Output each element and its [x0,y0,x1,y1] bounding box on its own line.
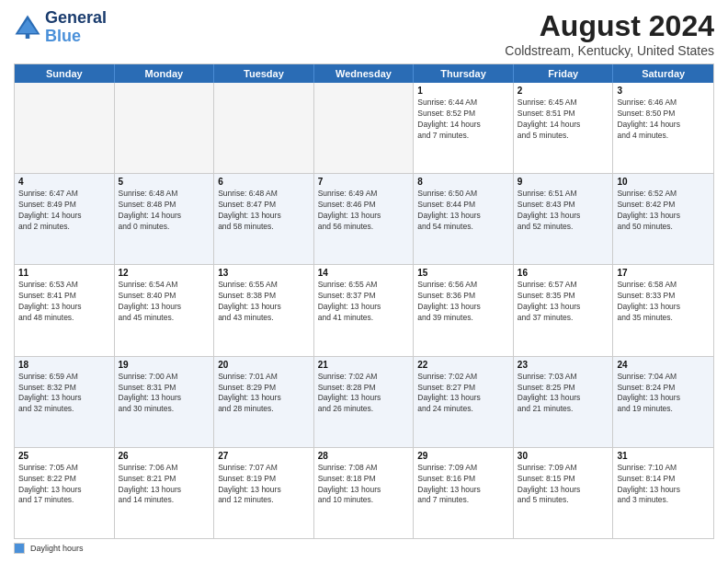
day-number: 16 [518,268,609,278]
logo: General Blue [14,9,107,46]
day-number: 23 [518,360,609,370]
cal-header-cell-sunday: Sunday [15,64,115,83]
day-number: 10 [617,177,710,187]
day-number: 11 [18,268,110,278]
day-info: Sunrise: 7:02 AM Sunset: 8:27 PM Dayligh… [417,372,509,416]
cal-row-4: 25Sunrise: 7:05 AM Sunset: 8:22 PM Dayli… [15,448,713,538]
day-info: Sunrise: 7:05 AM Sunset: 8:22 PM Dayligh… [18,463,110,507]
subtitle: Coldstream, Kentucky, United States [505,43,714,58]
day-number: 2 [518,86,609,96]
cal-cell: 15Sunrise: 6:56 AM Sunset: 8:36 PM Dayli… [414,265,514,355]
cal-row-0: 1Sunrise: 6:44 AM Sunset: 8:52 PM Daylig… [15,83,713,174]
day-info: Sunrise: 6:47 AM Sunset: 8:49 PM Dayligh… [18,189,110,233]
day-info: Sunrise: 6:57 AM Sunset: 8:35 PM Dayligh… [518,280,609,324]
day-info: Sunrise: 7:09 AM Sunset: 8:16 PM Dayligh… [417,463,509,507]
legend-icon [14,543,25,554]
cal-cell: 26Sunrise: 7:06 AM Sunset: 8:21 PM Dayli… [115,448,215,538]
day-number: 4 [18,177,110,187]
day-info: Sunrise: 6:44 AM Sunset: 8:52 PM Dayligh… [417,98,509,142]
day-info: Sunrise: 6:46 AM Sunset: 8:50 PM Dayligh… [617,98,710,142]
page: General Blue August 2024 Coldstream, Ken… [0,0,728,563]
cal-cell [15,83,115,173]
logo-line1: General [45,9,107,28]
logo-line2: Blue [45,28,107,46]
day-number: 12 [119,268,210,278]
cal-cell: 14Sunrise: 6:55 AM Sunset: 8:37 PM Dayli… [314,265,415,355]
cal-header-cell-friday: Friday [514,64,614,83]
cal-cell [115,83,215,173]
cal-cell: 21Sunrise: 7:02 AM Sunset: 8:28 PM Dayli… [314,357,415,447]
day-number: 15 [417,268,509,278]
day-number: 14 [318,268,410,278]
day-number: 3 [617,86,710,96]
day-number: 9 [518,177,609,187]
cal-cell: 9Sunrise: 6:51 AM Sunset: 8:43 PM Daylig… [514,174,614,264]
cal-cell: 23Sunrise: 7:03 AM Sunset: 8:25 PM Dayli… [514,357,614,447]
day-info: Sunrise: 6:55 AM Sunset: 8:37 PM Dayligh… [318,280,410,324]
calendar: SundayMondayTuesdayWednesdayThursdayFrid… [14,63,714,539]
day-number: 5 [119,177,210,187]
day-info: Sunrise: 6:58 AM Sunset: 8:33 PM Dayligh… [617,280,710,324]
day-number: 26 [119,451,210,461]
day-info: Sunrise: 7:09 AM Sunset: 8:15 PM Dayligh… [518,463,609,507]
day-info: Sunrise: 7:08 AM Sunset: 8:18 PM Dayligh… [318,463,410,507]
calendar-header: SundayMondayTuesdayWednesdayThursdayFrid… [15,64,713,83]
logo-text: General Blue [45,9,107,46]
cal-row-1: 4Sunrise: 6:47 AM Sunset: 8:49 PM Daylig… [15,174,713,265]
cal-cell: 12Sunrise: 6:54 AM Sunset: 8:40 PM Dayli… [115,265,215,355]
day-number: 21 [318,360,410,370]
day-number: 27 [218,451,310,461]
day-number: 8 [417,177,509,187]
day-info: Sunrise: 6:52 AM Sunset: 8:42 PM Dayligh… [617,189,710,233]
day-info: Sunrise: 6:55 AM Sunset: 8:38 PM Dayligh… [218,280,310,324]
day-info: Sunrise: 7:10 AM Sunset: 8:14 PM Dayligh… [617,463,710,507]
day-info: Sunrise: 7:03 AM Sunset: 8:25 PM Dayligh… [518,372,609,416]
cal-cell: 19Sunrise: 7:00 AM Sunset: 8:31 PM Dayli… [115,357,215,447]
day-number: 7 [318,177,410,187]
day-number: 18 [18,360,110,370]
main-title: August 2024 [505,9,714,43]
day-number: 22 [417,360,509,370]
day-info: Sunrise: 6:48 AM Sunset: 8:48 PM Dayligh… [119,189,210,233]
day-info: Sunrise: 7:01 AM Sunset: 8:29 PM Dayligh… [218,372,310,416]
cal-cell: 1Sunrise: 6:44 AM Sunset: 8:52 PM Daylig… [414,83,514,173]
day-number: 19 [119,360,210,370]
header: General Blue August 2024 Coldstream, Ken… [14,9,714,58]
cal-cell: 22Sunrise: 7:02 AM Sunset: 8:27 PM Dayli… [414,357,514,447]
cal-cell: 27Sunrise: 7:07 AM Sunset: 8:19 PM Dayli… [214,448,314,538]
day-number: 20 [218,360,310,370]
cal-cell: 3Sunrise: 6:46 AM Sunset: 8:50 PM Daylig… [613,83,713,173]
day-info: Sunrise: 6:56 AM Sunset: 8:36 PM Dayligh… [417,280,509,324]
cal-cell [214,83,314,173]
cal-cell: 2Sunrise: 6:45 AM Sunset: 8:51 PM Daylig… [514,83,614,173]
cal-cell: 11Sunrise: 6:53 AM Sunset: 8:41 PM Dayli… [15,265,115,355]
day-number: 1 [417,86,509,96]
cal-cell: 24Sunrise: 7:04 AM Sunset: 8:24 PM Dayli… [613,357,713,447]
cal-row-2: 11Sunrise: 6:53 AM Sunset: 8:41 PM Dayli… [15,265,713,356]
day-number: 30 [518,451,609,461]
cal-cell: 20Sunrise: 7:01 AM Sunset: 8:29 PM Dayli… [214,357,314,447]
cal-header-cell-saturday: Saturday [613,64,713,83]
cal-cell: 10Sunrise: 6:52 AM Sunset: 8:42 PM Dayli… [613,174,713,264]
cal-cell: 17Sunrise: 6:58 AM Sunset: 8:33 PM Dayli… [613,265,713,355]
day-info: Sunrise: 7:07 AM Sunset: 8:19 PM Dayligh… [218,463,310,507]
day-number: 29 [417,451,509,461]
day-info: Sunrise: 6:45 AM Sunset: 8:51 PM Dayligh… [518,98,609,142]
cal-cell: 5Sunrise: 6:48 AM Sunset: 8:48 PM Daylig… [115,174,215,264]
day-info: Sunrise: 7:00 AM Sunset: 8:31 PM Dayligh… [119,372,210,416]
cal-cell: 13Sunrise: 6:55 AM Sunset: 8:38 PM Dayli… [214,265,314,355]
day-number: 6 [218,177,310,187]
cal-cell: 4Sunrise: 6:47 AM Sunset: 8:49 PM Daylig… [15,174,115,264]
day-info: Sunrise: 6:48 AM Sunset: 8:47 PM Dayligh… [218,189,310,233]
cal-cell: 18Sunrise: 6:59 AM Sunset: 8:32 PM Dayli… [15,357,115,447]
day-info: Sunrise: 6:59 AM Sunset: 8:32 PM Dayligh… [18,372,110,416]
day-info: Sunrise: 6:50 AM Sunset: 8:44 PM Dayligh… [417,189,509,233]
cal-cell: 16Sunrise: 6:57 AM Sunset: 8:35 PM Dayli… [514,265,614,355]
day-number: 28 [318,451,410,461]
calendar-body: 1Sunrise: 6:44 AM Sunset: 8:52 PM Daylig… [15,83,713,538]
day-info: Sunrise: 6:49 AM Sunset: 8:46 PM Dayligh… [318,189,410,233]
cal-cell: 25Sunrise: 7:05 AM Sunset: 8:22 PM Dayli… [15,448,115,538]
day-info: Sunrise: 6:53 AM Sunset: 8:41 PM Dayligh… [18,280,110,324]
svg-rect-2 [26,33,30,39]
day-info: Sunrise: 7:02 AM Sunset: 8:28 PM Dayligh… [318,372,410,416]
